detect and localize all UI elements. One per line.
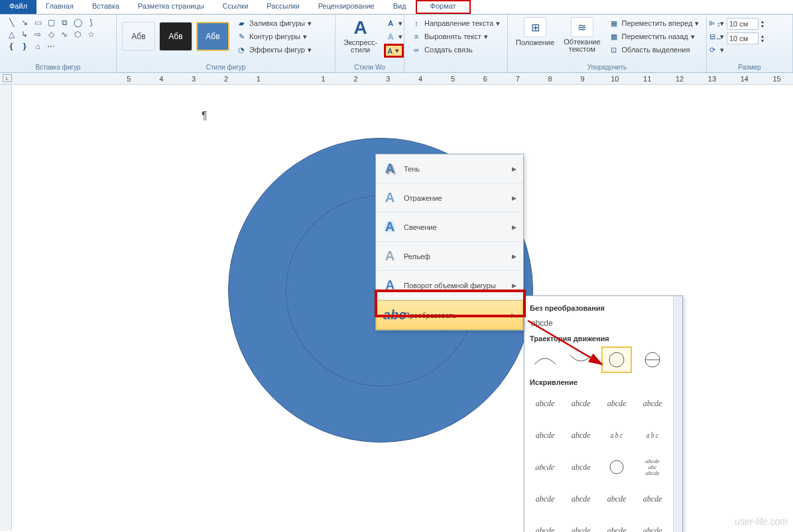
pilcrow-icon: ¶ xyxy=(202,110,208,122)
gallery-item-warp[interactable]: abcde xyxy=(637,390,668,417)
shape-textbox-icon[interactable]: ⧉ xyxy=(58,17,70,28)
tab-mailings[interactable]: Рассылки xyxy=(257,0,308,14)
position-button[interactable]: ⊞ Положение xyxy=(512,16,558,57)
gallery-item-warp[interactable]: abcde xyxy=(530,422,560,449)
menu-reflection[interactable]: A Отражение▶ xyxy=(376,184,523,213)
express-styles-button[interactable]: Экспресс- стили xyxy=(343,39,377,54)
shape-roundrect-icon[interactable]: ▢ xyxy=(45,17,57,28)
shape-diamond-icon[interactable]: ◇ xyxy=(45,29,57,40)
gallery-item-warp[interactable]: abcde xyxy=(637,517,668,532)
ruler-vertical[interactable] xyxy=(0,85,12,531)
shape-curve-icon[interactable]: ∿ xyxy=(58,29,70,40)
text-direction-icon: ↕ xyxy=(411,18,422,28)
group-size: ↕ ▴▾ ↔ ▴▾ Размер xyxy=(707,15,793,72)
gallery-item-path-arch-down[interactable] xyxy=(566,346,596,373)
tab-review[interactable]: Рецензирование xyxy=(309,0,384,14)
menu-glow[interactable]: A Свечение▶ xyxy=(376,213,523,242)
gallery-item-path-circle[interactable] xyxy=(601,346,632,373)
style-swatch-3[interactable]: Абв xyxy=(196,22,229,51)
gallery-item-none[interactable]: abcde xyxy=(530,316,677,331)
wrap-text-button[interactable]: ≋ Обтекание текстом xyxy=(560,16,604,57)
shape-style-gallery[interactable]: Абв Абв Абв xyxy=(121,16,231,57)
align-text-button[interactable]: ≡Выровнять текст ▾ xyxy=(410,30,502,42)
gallery-item-warp[interactable]: abcde xyxy=(563,454,598,480)
gallery-item-warp[interactable]: abcde xyxy=(530,390,560,417)
menu-bevel[interactable]: A Рельеф▶ xyxy=(376,242,523,271)
gallery-item-warp[interactable]: abcde xyxy=(601,390,632,417)
submenu-arrow-icon: ▶ xyxy=(511,312,516,319)
gallery-item-warp[interactable]: abcde xyxy=(637,486,668,512)
ruler-tick: 5 xyxy=(437,75,469,83)
ruler-horizontal[interactable]: L 5 4 3 2 1 1 2 3 4 5 6 7 8 9 10 11 12 1… xyxy=(0,73,793,85)
menu-shadow[interactable]: A Тень▶ xyxy=(376,154,523,184)
shape-outline-button[interactable]: ✎Контур фигуры ▾ xyxy=(235,30,313,42)
tab-layout[interactable]: Разметка страницы xyxy=(129,0,213,14)
text-effects-button[interactable]: A▾ xyxy=(384,44,404,58)
group-arrange: ⊞ Положение ≋ Обтекание текстом ▦Перемес… xyxy=(508,15,707,72)
gallery-item-warp[interactable] xyxy=(601,454,632,480)
shape-rect-icon[interactable]: ▭ xyxy=(32,17,44,28)
gallery-item-warp[interactable]: abcde xyxy=(566,486,596,512)
shape-more-icon[interactable]: ⋯ xyxy=(45,41,57,52)
shape-brace-icon[interactable]: ❴ xyxy=(5,41,17,52)
width-icon: ↔ xyxy=(713,33,724,44)
gallery-item-warp[interactable]: abcde xyxy=(601,517,632,532)
gallery-item-path-arch[interactable] xyxy=(530,346,560,373)
tab-view[interactable]: Вид xyxy=(384,0,416,14)
width-input[interactable] xyxy=(727,32,759,44)
gallery-scrollbar[interactable] xyxy=(673,296,682,532)
gallery-item-warp[interactable]: abcdeabcabcde xyxy=(637,454,668,480)
style-swatch-1[interactable]: Абв xyxy=(122,22,155,51)
shape-brace2-icon[interactable]: ❵ xyxy=(19,41,30,52)
shape-ellipse-icon[interactable]: ◯ xyxy=(72,17,84,28)
tab-home[interactable]: Главная xyxy=(36,0,83,14)
selection-pane-button[interactable]: ⊡Область выделения xyxy=(607,44,701,56)
menu-transform[interactable]: abc Преобразовать▶ xyxy=(376,300,523,330)
tab-insert[interactable]: Вставка xyxy=(83,0,129,14)
tab-file[interactable]: Файл xyxy=(0,0,36,14)
text-fill-button[interactable]: A▾ xyxy=(384,17,404,29)
svg-point-3 xyxy=(610,460,623,474)
text-direction-button[interactable]: ↕Направление текста ▾ xyxy=(410,17,502,29)
shape-triangle-icon[interactable]: △ xyxy=(5,29,17,40)
shape-connector-icon[interactable]: ↳ xyxy=(19,29,30,40)
shape-effects-button[interactable]: ◔Эффекты фигур ▾ xyxy=(235,44,313,56)
create-link-button[interactable]: ∞Создать связь xyxy=(410,44,502,56)
shape-freeform-icon[interactable]: ⟆ xyxy=(85,17,97,28)
shape-line-icon[interactable]: ╲ xyxy=(5,17,17,28)
tab-format[interactable]: Формат xyxy=(416,0,471,14)
style-swatch-2[interactable]: Абв xyxy=(159,22,192,51)
text-outline-button[interactable]: A▾ xyxy=(384,30,404,42)
spinner-icon[interactable]: ▴▾ xyxy=(761,19,764,28)
shape-callout-icon[interactable]: ⌂ xyxy=(32,41,44,52)
tab-selector-icon[interactable]: L xyxy=(3,74,12,82)
shape-arrow-icon[interactable]: ↘ xyxy=(19,17,30,28)
spinner-icon[interactable]: ▴▾ xyxy=(761,34,764,43)
height-input[interactable] xyxy=(727,18,759,30)
gallery-item-warp[interactable]: abcde xyxy=(566,517,596,532)
workspace: ¶ A Тень▶ A Отражение▶ A Свечение▶ A Рел… xyxy=(0,85,793,531)
gallery-item-warp[interactable]: abcde xyxy=(530,486,560,512)
send-backward-button[interactable]: ▩Переместить назад ▾ xyxy=(607,30,701,42)
gallery-item-warp[interactable]: a b c xyxy=(640,422,665,449)
shape-hexagon-icon[interactable]: ⬡ xyxy=(72,29,84,40)
gallery-item-path-button[interactable] xyxy=(637,346,668,373)
shapes-gallery[interactable]: ╲ ↘ ▭ ▢ ⧉ ◯ ⟆ △ ↳ ⇨ ◇ ∿ ⬡ ☆ ❴ ❵ ⌂ ⋯ xyxy=(4,16,112,53)
shape-arrowblock-icon[interactable]: ⇨ xyxy=(32,29,44,40)
gallery-item-warp[interactable]: a b c xyxy=(605,422,629,449)
gallery-item-warp[interactable]: abcde xyxy=(566,390,596,417)
ruler-tick: 1 xyxy=(307,75,339,83)
gallery-item-warp[interactable]: abcde xyxy=(566,422,596,449)
gallery-item-warp[interactable]: abcde xyxy=(601,486,632,512)
gallery-item-warp[interactable]: abcde xyxy=(527,454,562,480)
shape-star-icon[interactable]: ☆ xyxy=(85,29,97,40)
ruler-tick: 5 xyxy=(113,75,145,83)
submenu-arrow-icon: ▶ xyxy=(512,224,517,231)
menu-3d-rotation[interactable]: A Поворот объемной фигуры▶ xyxy=(376,271,523,300)
gallery-heading-warp: Искривление xyxy=(530,378,677,386)
bring-forward-button[interactable]: ▦Переместить вперед ▾ xyxy=(607,17,701,29)
tab-references[interactable]: Ссылки xyxy=(213,0,258,14)
shape-fill-button[interactable]: ▰Заливка фигуры ▾ xyxy=(235,17,313,29)
gallery-item-warp[interactable]: abcde xyxy=(530,517,560,532)
text-effects-a-icon: A xyxy=(387,47,393,55)
